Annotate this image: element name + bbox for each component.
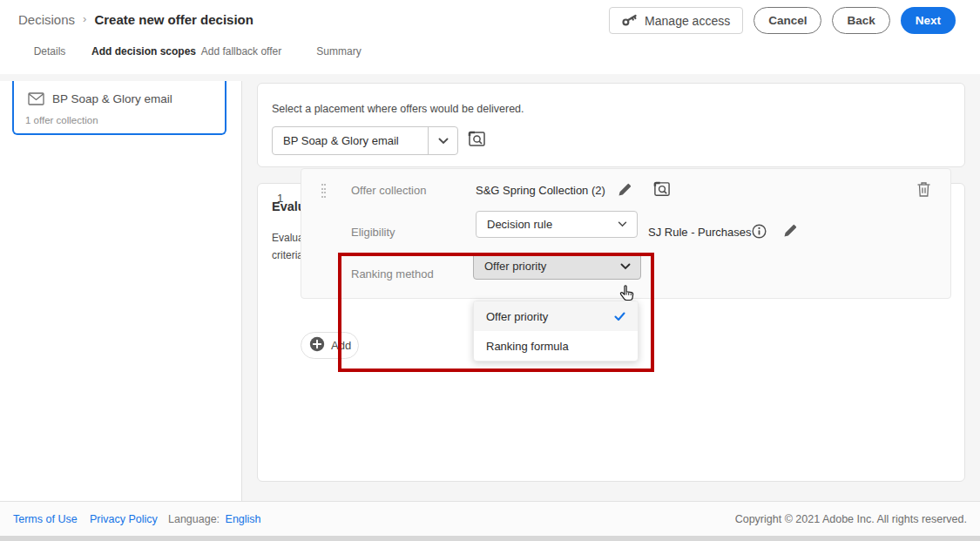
add-label: Add <box>331 339 351 352</box>
step-label-summary: Summary <box>316 45 361 57</box>
preview-collection-button[interactable] <box>653 181 671 199</box>
edit-rule-button[interactable] <box>783 223 798 238</box>
chevron-down-icon <box>428 127 457 154</box>
step-label-add-fallback-offer: Add fallback offer <box>201 45 282 57</box>
back-button[interactable]: Back <box>832 7 889 34</box>
manage-access-button[interactable]: Manage access <box>609 7 743 34</box>
criteria-row-number: 1 <box>277 192 283 205</box>
eligibility-select[interactable]: Decision rule <box>476 211 638 238</box>
delete-criteria-button[interactable] <box>916 181 931 198</box>
eligibility-label: Eligibility <box>351 226 395 239</box>
placement-instruction: Select a placement where offers would be… <box>272 103 524 115</box>
panel-divider <box>241 81 242 501</box>
preview-icon <box>653 188 671 201</box>
step-label-details: Details <box>34 45 66 57</box>
menu-item-offer-priority[interactable]: Offer priority <box>474 301 638 331</box>
language-link[interactable]: English <box>226 513 261 525</box>
breadcrumb-decisions-link[interactable]: Decisions <box>18 12 75 27</box>
menu-item-label: Ranking formula <box>486 340 569 353</box>
scope-card-subtitle: 1 offer collection <box>25 115 98 125</box>
header-actions: Manage access Cancel Back Next <box>609 7 956 34</box>
language-label: Language: <box>168 513 220 525</box>
offer-collection-label: Offer collection <box>351 184 426 197</box>
window-bottom-edge <box>0 536 980 541</box>
preview-icon <box>468 139 486 152</box>
eligibility-select-value: Decision rule <box>476 218 607 231</box>
ranking-method-label: Ranking method <box>351 267 434 281</box>
privacy-policy-link[interactable]: Privacy Policy <box>90 513 158 525</box>
placement-select-value: BP Soap & Glory email <box>273 134 428 147</box>
page-title: Create new offer decision <box>94 12 253 27</box>
plus-circle-icon <box>309 336 325 355</box>
scope-card-title: BP Soap & Glory email <box>52 92 172 105</box>
copyright-text: Copyright © 2021 Adobe Inc. All rights r… <box>735 513 967 525</box>
menu-item-label: Offer priority <box>486 310 548 323</box>
chevron-down-icon <box>611 254 640 279</box>
placement-section: Select a placement where offers would be… <box>257 83 965 167</box>
decision-scopes-panel <box>0 81 241 501</box>
key-icon <box>622 13 638 29</box>
placement-preview-button[interactable] <box>468 131 486 149</box>
chevron-down-icon <box>607 212 637 237</box>
drag-handle-icon[interactable] <box>321 184 329 199</box>
manage-access-label: Manage access <box>645 14 730 28</box>
eligibility-rule-name: SJ Rule - Purchases <box>648 226 752 239</box>
screen: Decisions › Create new offer decision Ma… <box>0 0 980 541</box>
step-indicator: Details Add decision scopes Add fallback… <box>0 42 401 74</box>
step-label-add-decision-scopes: Add decision scopes <box>91 45 196 57</box>
check-icon <box>614 311 625 324</box>
trash-icon <box>916 187 931 200</box>
content-area: BP Soap & Glory email 1 offer collection… <box>0 74 980 501</box>
footer: Terms of Use Privacy Policy Language: En… <box>0 501 980 536</box>
next-button[interactable]: Next <box>901 7 956 34</box>
top-bar: Decisions › Create new offer decision Ma… <box>0 0 980 74</box>
edit-collection-button[interactable] <box>618 182 632 197</box>
add-criteria-button[interactable]: Add <box>301 332 359 359</box>
cancel-button[interactable]: Cancel <box>754 7 821 34</box>
breadcrumb: Decisions › Create new offer decision <box>18 12 253 27</box>
menu-item-ranking-formula[interactable]: Ranking formula <box>474 331 638 361</box>
pencil-icon <box>618 186 632 199</box>
envelope-icon <box>28 92 44 109</box>
ranking-select-value: Offer priority <box>474 260 611 273</box>
terms-of-use-link[interactable]: Terms of Use <box>13 513 78 525</box>
language-setting: Language: English <box>168 513 261 525</box>
offer-collection-value: S&G Spring Collection (2) <box>476 184 605 197</box>
criteria-card: Offer collection S&G Spring Collection (… <box>301 168 951 299</box>
chevron-right-icon: › <box>83 12 86 25</box>
info-icon <box>752 228 767 241</box>
ranking-method-select[interactable]: Offer priority <box>473 253 641 280</box>
placement-select[interactable]: BP Soap & Glory email <box>272 126 458 155</box>
decision-scope-card[interactable]: BP Soap & Glory email 1 offer collection <box>12 81 226 135</box>
rule-info-button[interactable] <box>752 224 767 239</box>
ranking-method-menu: Offer priority Ranking formula <box>473 301 639 362</box>
pencil-icon <box>783 227 798 240</box>
